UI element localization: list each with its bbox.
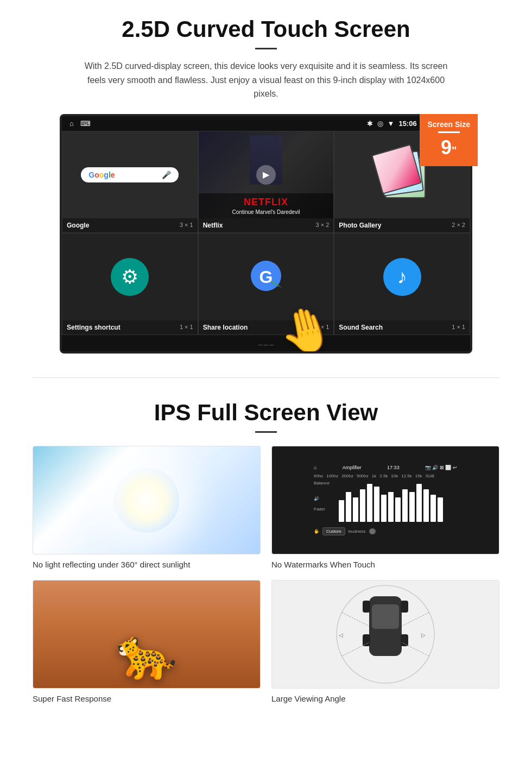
cheetah-label: Super Fast Response xyxy=(33,694,261,703)
usb-icon: ⌨ xyxy=(80,119,91,128)
amplifier-label: No Watermarks When Touch xyxy=(271,560,499,569)
sound-label-row: Sound Search 1 × 1 xyxy=(334,320,470,335)
settings-app-name: Settings shortcut xyxy=(67,324,121,331)
section1-title: 2.5D Curved Touch Screen xyxy=(33,16,499,42)
svg-text:G: G xyxy=(259,267,273,286)
amp-custom-button[interactable]: Custom xyxy=(322,527,345,535)
cheetah-image: 🐆 xyxy=(33,580,261,689)
device-mockup: Screen Size 9" ⌂ ⌨ ✱ ◎ ▼ 15:06 ⊡ ◁) xyxy=(60,114,472,354)
feature-car: ◁ ▷ Large Viewing Angle xyxy=(271,580,499,703)
dots-indicator: — — — xyxy=(62,335,470,351)
badge-label: Screen Size xyxy=(427,119,470,129)
amp-time: 17:33 xyxy=(387,465,400,470)
amp-icons: 📷 🔊 ⊠ ⬜ ↩ xyxy=(425,465,457,470)
feature-sunlight: No light reflecting under 360° direct su… xyxy=(33,446,261,569)
car-view-container: ◁ ▷ xyxy=(331,580,440,689)
gallery-app-size: 2 × 2 xyxy=(452,222,465,229)
app-cell-google[interactable]: Google 🎤 Google 3 × 1 xyxy=(62,131,198,233)
google-search-bar[interactable]: Google 🎤 xyxy=(81,167,179,182)
netflix-play-button[interactable]: ▶ xyxy=(256,165,276,185)
amp-bar xyxy=(339,500,344,522)
amp-bar xyxy=(430,495,436,522)
title-underline xyxy=(255,48,277,49)
location-icon: ◎ xyxy=(377,119,383,128)
feature-amplifier: ⌂ Amplifier 17:33 📷 🔊 ⊠ ⬜ ↩ 60hz100hz200… xyxy=(271,446,499,569)
netflix-label-row: Netflix 3 × 2 xyxy=(199,218,334,232)
sun-glow xyxy=(114,468,179,533)
amp-bar xyxy=(381,495,387,522)
google-app-inner: Google 🎤 xyxy=(62,131,198,218)
svg-text:◁: ◁ xyxy=(339,632,343,638)
section-ips: IPS Full Screen View No light reflecting… xyxy=(0,383,532,720)
car-image: ◁ ▷ xyxy=(271,580,499,689)
feature-cheetah: 🐆 Super Fast Response xyxy=(33,580,261,703)
google-app-size: 3 × 1 xyxy=(180,222,193,229)
amp-freq-labels: 60hz100hz200hz500hz1k2.5k10k12.5k15kSUB xyxy=(314,474,457,478)
sunlight-image xyxy=(33,446,261,554)
music-note-icon: ♪ xyxy=(397,266,407,288)
amp-loudness-label: loudness xyxy=(349,529,366,534)
settings-label-row: Settings shortcut 1 × 1 xyxy=(62,320,198,335)
amp-title: Amplifier xyxy=(343,465,362,470)
amp-bar xyxy=(416,484,422,522)
home-icon: ⌂ xyxy=(69,119,74,128)
netflix-overlay: NETFLIX Continue Marvel's Daredevil xyxy=(199,193,334,218)
amp-bar xyxy=(438,497,443,522)
amp-bars xyxy=(337,481,445,524)
amp-controls: Balance 🔊 Fader xyxy=(314,481,457,524)
amplifier-image: ⌂ Amplifier 17:33 📷 🔊 ⊠ ⬜ ↩ 60hz100hz200… xyxy=(271,446,499,554)
netflix-app-size: 3 × 2 xyxy=(316,222,330,229)
gear-icon: ⚙ xyxy=(121,266,138,288)
gallery-app-name: Photo Gallery xyxy=(339,222,381,229)
amp-bar xyxy=(402,489,408,522)
section2-title: IPS Full Screen View xyxy=(33,400,499,426)
app-grid-row2: ⚙ Settings shortcut 1 × 1 xyxy=(62,233,470,335)
netflix-app-name: Netflix xyxy=(203,222,223,229)
cheetah-emoji: 🐆 xyxy=(116,626,177,683)
svg-rect-8 xyxy=(363,634,370,646)
settings-icon-wrap: ⚙ xyxy=(111,258,149,296)
google-logo: Google xyxy=(88,171,115,179)
svg-line-11 xyxy=(342,642,369,656)
amp-bar xyxy=(360,489,365,522)
app-cell-sound[interactable]: ♪ Sound Search 1 × 1 xyxy=(334,233,470,335)
amp-bar xyxy=(353,497,358,522)
sound-app-inner: ♪ xyxy=(334,234,470,320)
amp-bar xyxy=(395,497,401,522)
amp-hand-row: 🖐 Custom loudness ○ xyxy=(314,527,457,535)
amp-toggle[interactable]: ○ xyxy=(369,528,376,534)
amp-hand-icon: 🖐 xyxy=(314,529,319,534)
amp-bar xyxy=(346,492,351,522)
amp-screen: ⌂ Amplifier 17:33 📷 🔊 ⊠ ⬜ ↩ 60hz100hz200… xyxy=(309,460,461,540)
gallery-label-row: Photo Gallery 2 × 2 xyxy=(334,218,470,232)
sunlight-label: No light reflecting under 360° direct su… xyxy=(33,560,261,569)
device-screen: ⌂ ⌨ ✱ ◎ ▼ 15:06 ⊡ ◁) ⊠ ⬜ xyxy=(60,114,472,354)
badge-size: 9" xyxy=(427,135,470,161)
section-curved-screen: 2.5D Curved Touch Screen With 2.5D curve… xyxy=(0,0,532,372)
status-bar: ⌂ ⌨ ✱ ◎ ▼ 15:06 ⊡ ◁) ⊠ ⬜ xyxy=(62,116,470,131)
settings-app-size: 1 × 1 xyxy=(180,324,193,331)
sound-app-size: 1 × 1 xyxy=(452,324,465,331)
svg-rect-7 xyxy=(401,601,408,613)
car-label: Large Viewing Angle xyxy=(271,694,499,703)
sound-icon-wrap: ♪ xyxy=(383,258,421,296)
bluetooth-icon: ✱ xyxy=(367,119,373,128)
app-grid-row1: Google 🎤 Google 3 × 1 xyxy=(62,131,470,233)
amp-bar xyxy=(367,484,372,522)
feature-grid: No light reflecting under 360° direct su… xyxy=(33,446,499,703)
gmaps-logo: G xyxy=(250,260,282,294)
share-app-name: Share location xyxy=(203,324,248,331)
svg-rect-5 xyxy=(372,604,399,629)
amp-labels-left: Balance 🔊 Fader xyxy=(314,481,335,524)
car-svg: ◁ ▷ xyxy=(331,580,440,689)
app-cell-share[interactable]: G 🤚 Share location 1 × 1 xyxy=(198,233,334,335)
netflix-logo: NETFLIX xyxy=(204,197,328,208)
amp-bar xyxy=(388,492,394,522)
amp-bar xyxy=(374,487,379,522)
mic-icon: 🎤 xyxy=(162,171,171,179)
svg-rect-9 xyxy=(401,634,408,646)
svg-text:▷: ▷ xyxy=(421,632,426,638)
app-cell-netflix[interactable]: ▶ NETFLIX Continue Marvel's Daredevil Ne… xyxy=(198,131,334,233)
google-label-row: Google 3 × 1 xyxy=(62,218,198,232)
app-cell-settings[interactable]: ⚙ Settings shortcut 1 × 1 xyxy=(62,233,198,335)
